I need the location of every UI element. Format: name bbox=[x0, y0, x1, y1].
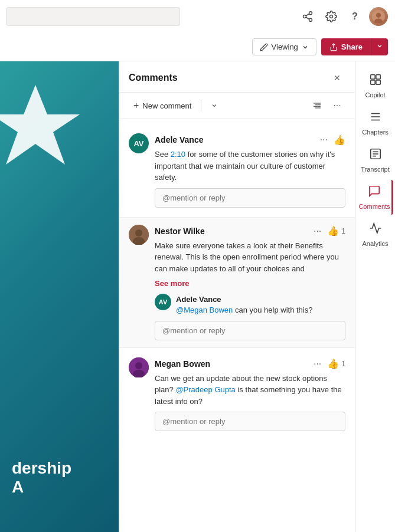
help-icon[interactable]: ? bbox=[345, 7, 364, 26]
comment-author: Megan Bowen bbox=[155, 359, 210, 369]
content-line2: A bbox=[12, 478, 71, 497]
comment-text: Make sure everyone takes a look at their… bbox=[155, 240, 345, 275]
comment-timestamp-link[interactable]: 2:10 bbox=[171, 150, 185, 159]
comment-text: See 2:10 for some of the customer storie… bbox=[155, 149, 345, 183]
comments-list: AV Adele Vance ··· 👍 See 2:10 for some o… bbox=[119, 119, 355, 532]
search-box[interactable] bbox=[6, 7, 180, 26]
more-options-button[interactable]: ··· bbox=[311, 357, 324, 370]
copilot-icon bbox=[369, 73, 382, 89]
see-more-button[interactable]: See more bbox=[155, 279, 345, 288]
reply-input[interactable] bbox=[155, 188, 345, 208]
more-options-icon[interactable]: ··· bbox=[329, 97, 345, 114]
comment-author: Adele Vance bbox=[155, 135, 204, 145]
sidebar-item-chapters[interactable]: Chapters bbox=[358, 106, 393, 140]
more-options-button[interactable]: ··· bbox=[318, 133, 330, 146]
content-text: dership A bbox=[12, 459, 71, 497]
comments-icon bbox=[368, 185, 381, 201]
second-bar: Viewing Share bbox=[0, 33, 395, 61]
svg-point-2 bbox=[309, 18, 312, 21]
viewing-button[interactable]: Viewing bbox=[252, 38, 316, 55]
comment-author: Nestor Wilke bbox=[155, 226, 205, 236]
svg-point-1 bbox=[303, 15, 306, 18]
toolbar-divider bbox=[201, 100, 201, 111]
svg-rect-24 bbox=[376, 80, 380, 84]
share-button[interactable]: Share bbox=[321, 38, 371, 55]
share-label: Share bbox=[341, 42, 363, 51]
new-comment-dropdown-button[interactable] bbox=[206, 97, 223, 114]
avatar bbox=[129, 225, 149, 245]
chapters-icon bbox=[369, 110, 382, 126]
top-bar: ? bbox=[0, 0, 395, 33]
comment-body: Adele Vance ··· 👍 See 2:10 for some of t… bbox=[155, 133, 345, 208]
plus-icon: + bbox=[133, 100, 139, 111]
comment-text: Can we get an update about the new stock… bbox=[155, 373, 345, 408]
sub-comment-after: can you help with this? bbox=[235, 306, 313, 314]
main-area: dership A Comments ✕ + New comment bbox=[0, 61, 395, 532]
like-button[interactable]: 👍 bbox=[334, 134, 345, 146]
sidebar-item-copilot[interactable]: Copilot bbox=[358, 68, 393, 103]
avatar: AV bbox=[129, 133, 149, 153]
mention: @Megan Bowen bbox=[176, 306, 233, 314]
comments-title: Comments bbox=[129, 73, 178, 83]
comment-main: Megan Bowen ··· 👍 1 Can we get an update… bbox=[129, 357, 345, 432]
viewing-label: Viewing bbox=[272, 42, 298, 51]
comment-actions: ··· 👍 1 bbox=[311, 357, 345, 370]
sidebar-item-label: Chapters bbox=[362, 129, 389, 136]
close-comments-button[interactable]: ✕ bbox=[329, 70, 345, 86]
svg-point-16 bbox=[135, 229, 142, 237]
comment-body: Nestor Wilke ··· 👍 1 Make sure everyone … bbox=[155, 225, 345, 340]
transcript-icon bbox=[369, 147, 382, 163]
more-options-button[interactable]: ··· bbox=[311, 225, 324, 238]
comments-header: Comments ✕ bbox=[119, 61, 355, 93]
reply-input[interactable] bbox=[155, 321, 345, 340]
like-button[interactable]: 👍 1 bbox=[327, 358, 345, 369]
avatar bbox=[129, 357, 149, 377]
sidebar-item-label: Transcript bbox=[361, 166, 390, 173]
comment-thread: AV Adele Vance ··· 👍 See 2:10 for some o… bbox=[119, 126, 355, 215]
sidebar-item-transcript[interactable]: Transcript bbox=[358, 143, 393, 178]
sort-icon[interactable] bbox=[309, 97, 325, 114]
comment-body: Megan Bowen ··· 👍 1 Can we get an update… bbox=[155, 357, 345, 432]
thumbs-icon: 👍 bbox=[327, 358, 339, 369]
comments-panel: Comments ✕ + New comment bbox=[119, 61, 355, 532]
sidebar-item-analytics[interactable]: Analytics bbox=[358, 217, 393, 252]
svg-line-3 bbox=[306, 17, 309, 19]
svg-point-5 bbox=[330, 15, 333, 18]
share-btn-group: Share bbox=[321, 38, 388, 55]
comment-actions: ··· 👍 1 bbox=[311, 225, 345, 238]
reply-input[interactable] bbox=[155, 412, 345, 431]
sub-comment: AV Adele Vance @Megan Bowen can you help… bbox=[155, 294, 345, 316]
settings-icon[interactable] bbox=[322, 7, 341, 26]
svg-rect-23 bbox=[370, 80, 374, 84]
svg-rect-22 bbox=[376, 75, 380, 79]
comment-main: AV Adele Vance ··· 👍 See 2:10 for some o… bbox=[129, 133, 345, 208]
sidebar-item-label: Copilot bbox=[365, 91, 385, 98]
comment-main: Nestor Wilke ··· 👍 1 Make sure everyone … bbox=[129, 225, 345, 340]
sub-comment-avatar: AV bbox=[155, 294, 171, 310]
like-count: 1 bbox=[341, 227, 345, 235]
sidebar-item-label: Analytics bbox=[362, 240, 388, 247]
new-comment-button[interactable]: + New comment bbox=[129, 98, 196, 113]
sidebar-item-comments[interactable]: Comments bbox=[358, 180, 393, 215]
share-dropdown-button[interactable] bbox=[371, 38, 388, 55]
content-line1: dership bbox=[12, 459, 71, 478]
content-area: dership A bbox=[0, 61, 119, 532]
svg-point-0 bbox=[309, 12, 312, 15]
svg-point-19 bbox=[135, 362, 142, 369]
like-count: 1 bbox=[341, 360, 345, 368]
comment-header-row: Megan Bowen ··· 👍 1 bbox=[155, 357, 345, 370]
svg-line-4 bbox=[306, 14, 309, 15]
sub-comment-author: Adele Vance bbox=[176, 295, 221, 304]
comment-thread: Nestor Wilke ··· 👍 1 Make sure everyone … bbox=[119, 217, 355, 348]
mention: @Pradeep Gupta bbox=[175, 385, 235, 394]
comment-text-before: See bbox=[155, 150, 171, 159]
sub-comment-text: @Megan Bowen can you help with this? bbox=[176, 306, 312, 314]
comment-actions: ··· 👍 bbox=[318, 133, 345, 146]
user-avatar[interactable] bbox=[369, 7, 388, 26]
new-comment-label: New comment bbox=[142, 101, 191, 110]
sidebar-item-label: Comments bbox=[358, 203, 390, 210]
like-button[interactable]: 👍 1 bbox=[327, 225, 345, 237]
network-icon[interactable] bbox=[298, 7, 317, 26]
svg-marker-10 bbox=[0, 85, 80, 165]
comment-header-row: Adele Vance ··· 👍 bbox=[155, 133, 345, 146]
